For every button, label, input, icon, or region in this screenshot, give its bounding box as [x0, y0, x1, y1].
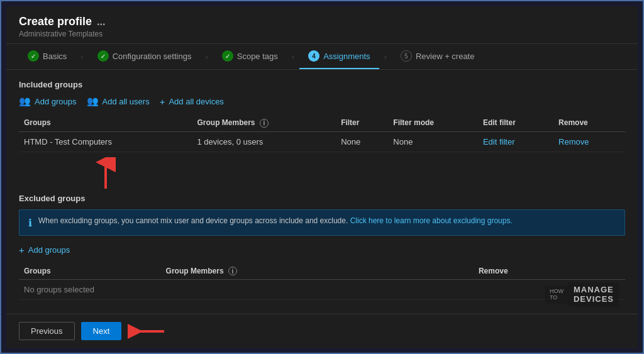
add-groups-button[interactable]: 👥 Add groups	[19, 96, 77, 107]
page-header: Create profile ... Administrative Templa…	[6, 6, 638, 44]
tab-scope-label: Scope tags	[237, 52, 278, 61]
add-excluded-groups-label: Add groups	[28, 245, 70, 255]
wizard-tabs: ✓ Basics › ✓ Configuration settings › ✓ …	[6, 44, 638, 70]
info-icon: ℹ	[28, 217, 32, 229]
tab-assignments[interactable]: 4 Assignments	[299, 44, 379, 69]
group-name: HTMD - Test Computers	[19, 131, 192, 152]
group-members-info-icon[interactable]: i	[260, 119, 269, 128]
included-groups-header: Included groups	[19, 80, 625, 89]
col-filter-mode: Filter mode	[388, 114, 478, 131]
group-members-value: 1 devices, 0 users	[192, 131, 336, 152]
tab-review-label: Review + create	[416, 52, 475, 61]
excluded-groups-info: ℹ When excluding groups, you cannot mix …	[19, 209, 625, 236]
content-area: Included groups 👥 Add groups 👥 Add all u…	[6, 70, 638, 314]
add-all-users-icon: 👥	[87, 96, 99, 107]
tab-sep-3: ›	[289, 52, 297, 62]
excl-group-members-info-icon[interactable]: i	[228, 267, 237, 275]
filter-value: None	[336, 131, 388, 152]
tab-assignments-icon: 4	[308, 50, 319, 62]
filter-mode-value: None	[388, 131, 478, 152]
edit-filter-link[interactable]: Edit filter	[478, 131, 553, 152]
excluded-groups-header: Excluded groups	[19, 194, 625, 203]
col-edit-filter: Edit filter	[478, 114, 553, 131]
add-groups-label: Add groups	[35, 97, 77, 106]
add-all-users-label: Add all users	[103, 97, 150, 106]
tab-config-icon: ✓	[97, 50, 109, 62]
left-arrow-icon	[128, 323, 165, 340]
add-all-devices-icon: +	[160, 96, 165, 107]
excl-col-groups: Groups	[19, 263, 161, 280]
add-all-devices-label: Add all devices	[169, 97, 223, 106]
tab-config-label: Configuration settings	[113, 52, 192, 61]
tab-review-icon: 5	[401, 50, 412, 62]
watermark-how: HOW TO	[545, 285, 569, 304]
tab-scope-icon: ✓	[222, 50, 233, 62]
more-options[interactable]: ...	[97, 16, 105, 28]
table-row-empty: No groups selected	[19, 280, 625, 300]
excl-col-remove: Remove	[474, 263, 625, 280]
info-text: When excluding groups, you cannot mix us…	[38, 216, 513, 225]
tab-review-create[interactable]: 5 Review + create	[392, 44, 484, 69]
tab-configuration-settings[interactable]: ✓ Configuration settings	[89, 44, 201, 69]
add-all-devices-button[interactable]: + Add all devices	[160, 96, 224, 107]
tab-sep-1: ›	[78, 52, 86, 62]
page-subtitle: Administrative Templates	[19, 30, 625, 38]
excluded-groups-section: Excluded groups ℹ When excluding groups,…	[19, 194, 625, 301]
watermark: HOW TO MANAGE DEVICES	[545, 282, 619, 307]
next-button[interactable]: Next	[81, 322, 122, 340]
footer: Previous Next	[6, 314, 638, 348]
col-groups: Groups	[19, 114, 192, 131]
add-all-users-button[interactable]: 👥 Add all users	[87, 96, 150, 107]
previous-button[interactable]: Previous	[19, 322, 75, 340]
add-groups-icon: 👥	[19, 96, 31, 107]
excl-col-members: Group Members i	[161, 263, 474, 280]
info-link[interactable]: Click here to learn more about excluding…	[350, 216, 513, 225]
add-excluded-groups-icon: +	[19, 245, 25, 255]
page-title: Create profile ...	[19, 15, 625, 28]
tab-basics-label: Basics	[43, 52, 67, 61]
title-text: Create profile	[19, 15, 92, 28]
included-groups-table: Groups Group Members i Filter Filter mod…	[19, 114, 625, 152]
col-group-members: Group Members i	[192, 114, 336, 131]
excluded-groups-table: Groups Group Members i Remove No groups …	[19, 263, 625, 301]
tab-sep-4: ›	[382, 52, 389, 62]
no-groups-message: No groups selected	[19, 280, 625, 300]
up-arrow-icon	[94, 157, 117, 189]
tab-scope-tags[interactable]: ✓ Scope tags	[213, 44, 287, 69]
included-groups-actions: 👥 Add groups 👥 Add all users + Add all d…	[19, 96, 625, 107]
tab-sep-2: ›	[203, 52, 210, 62]
remove-link[interactable]: Remove	[553, 131, 625, 152]
excluded-groups-actions: + Add groups	[19, 245, 625, 255]
add-excluded-groups-button[interactable]: + Add groups	[19, 245, 70, 255]
arrow-annotation-up	[19, 157, 625, 189]
table-row: HTMD - Test Computers 1 devices, 0 users…	[19, 131, 625, 152]
tab-assignments-label: Assignments	[323, 52, 370, 61]
col-filter: Filter	[336, 114, 388, 131]
tab-basics[interactable]: ✓ Basics	[19, 44, 75, 69]
tab-basics-icon: ✓	[28, 50, 39, 62]
watermark-manage: MANAGE DEVICES	[569, 282, 619, 307]
col-remove: Remove	[553, 114, 625, 131]
